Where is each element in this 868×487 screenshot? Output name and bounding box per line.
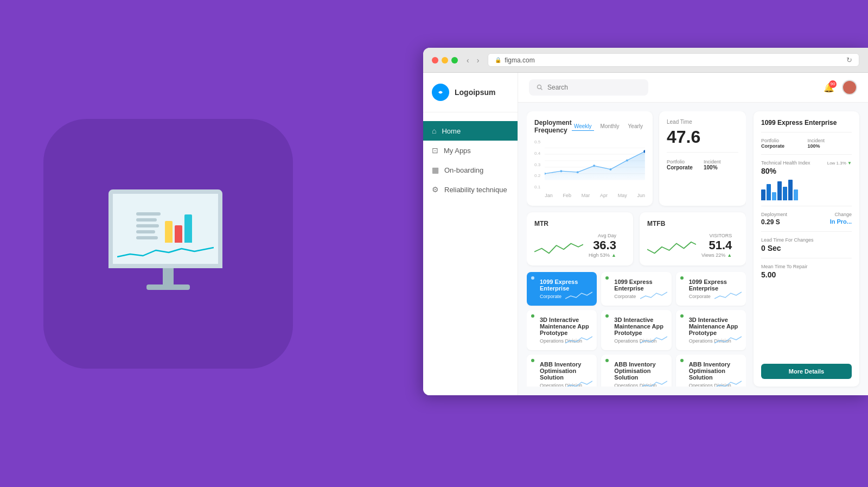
sidebar-item-home-label: Home [442,127,461,135]
project-card[interactable]: 3D Interactive Maintenance App Prototype… [676,310,746,350]
project-sparkline [565,377,592,387]
search-icon [537,84,543,91]
incident-value: 100% [704,165,738,170]
mtfb-trend-label: Views 22% [701,252,725,258]
mtfb-header: MTFB [647,220,738,227]
mtr-repair-label: Mean Time To Repair [761,264,852,269]
sidebar-item-reliability[interactable]: ⚙ Reliability technique [423,180,518,199]
apps-icon: ⊡ [432,146,438,155]
x-label-jun: Jun [637,193,645,198]
health-label: Technical Health Index [761,160,810,166]
more-details-button[interactable]: More Details [761,364,852,379]
deployment-card-title: Deployment Frequency [534,119,572,134]
project-sparkline [714,288,742,301]
browser-chrome: ‹ › 🔒 figma.com ↻ [423,48,868,73]
app-layout: Logoipsum ⌂ Home ⊡ My Apps ▦ On-boarding… [423,73,868,395]
project-card[interactable]: ABB Inventory Optimisation SolutionOpera… [676,355,746,387]
project-sparkline [565,332,592,346]
deploy-label: Deployment [761,212,787,217]
change-value: In Pro... [830,218,852,226]
portfolio-label: Portfolio [667,159,701,165]
nav-items: ⌂ Home ⊡ My Apps ▦ On-boarding ⚙ Reliabi… [423,112,518,208]
rp-portfolio-value: Corporate [761,143,806,149]
project-card[interactable]: ABB Inventory Optimisation SolutionOpera… [601,355,671,387]
rp-incident-value: 100% [808,143,852,149]
project-status-dot [680,314,684,318]
maximize-button[interactable] [451,57,458,64]
onboarding-icon: ▦ [432,166,439,174]
svg-point-10 [577,171,579,173]
rp-incident-label: Incident [808,138,852,143]
sidebar-item-onboarding[interactable]: ▦ On-boarding [423,160,518,180]
deploy-value: 0.29 S [761,218,780,226]
x-label-feb: Feb [563,193,571,198]
close-button[interactable] [432,57,438,64]
project-card[interactable]: 1099 Express EnterpriseCorporate [676,272,746,306]
health-bar-chart [761,179,852,200]
mtr-title: MTR [534,220,548,227]
top-right-actions: 🔔 90 [824,80,857,95]
rp-portfolio-label: Portfolio [761,138,806,143]
mtfb-title: MTFB [647,220,665,227]
projects-section: 1099 Express EnterpriseCorporate1099 Exp… [527,272,746,387]
avatar[interactable] [842,80,857,95]
project-card[interactable]: 3D Interactive Maintenance App Prototype… [527,310,597,350]
mtfb-chart [647,233,696,258]
logo-area: Logoipsum [423,73,518,112]
main-content: 🔔 90 Deployment Frequency [518,73,868,395]
sidebar-item-home[interactable]: ⌂ Home [423,121,518,141]
tab-yearly[interactable]: Yearly [626,122,645,131]
address-bar[interactable]: 🔒 figma.com ↻ [488,53,859,67]
reload-icon[interactable]: ↻ [846,56,852,64]
top-bar: 🔔 90 [518,73,868,103]
dashboard: Deployment Frequency Weekly Monthly Year… [518,103,868,395]
traffic-lights [432,57,458,64]
x-label-apr: Apr [600,193,608,198]
lead-time-card: Lead Time 47.6 Portfolio Corporate Incid… [659,111,746,206]
charts-row: Deployment Frequency Weekly Monthly Year… [527,111,746,206]
url-text: figma.com [505,56,534,64]
tab-monthly[interactable]: Monthly [598,122,622,131]
notification-button[interactable]: 🔔 90 [824,83,834,93]
back-arrow[interactable]: ‹ [464,55,471,66]
lead-change-label2: Change [834,212,852,217]
x-label-mar: Mar [582,193,590,198]
mtr-trend-label: High 53% [589,252,610,258]
mtr-card: MTR Avg Day 36.3 High 53% [527,212,633,265]
deployment-frequency-card: Deployment Frequency Weekly Monthly Year… [527,111,653,206]
sidebar: Logoipsum ⌂ Home ⊡ My Apps ▦ On-boarding… [423,73,518,395]
project-card[interactable]: 1099 Express EnterpriseCorporate [601,272,671,306]
sidebar-item-my-apps[interactable]: ⊡ My Apps [423,141,518,160]
app-icon-illustration [43,119,293,369]
project-sparkline [640,377,667,387]
browser-window: ‹ › 🔒 figma.com ↻ Logoipsum [423,48,868,395]
project-card[interactable]: ABB Inventory Optimisation SolutionOpera… [527,355,597,387]
reliability-icon: ⚙ [432,185,439,194]
project-sparkline [714,377,742,387]
projects-grid: 1099 Express EnterpriseCorporate1099 Exp… [527,272,746,387]
mtfb-visitors-value: 51.4 [701,238,732,252]
project-sparkline [565,288,592,301]
search-box[interactable] [529,79,648,96]
svg-point-9 [560,170,563,172]
minimize-button[interactable] [442,57,448,64]
project-card[interactable]: 3D Interactive Maintenance App Prototype… [601,310,671,350]
lead-time-label: Lead Time [667,119,738,125]
right-panel-title: 1099 Express Enterprise [761,119,852,127]
mtr-avg-label: Avg Day [589,233,616,238]
mtr-repair-value: 5.00 [761,270,852,279]
sidebar-item-onboarding-label: On-boarding [444,166,483,174]
lock-icon: 🔒 [495,57,501,63]
lead-change-label: Lead Time For Changes [761,237,852,243]
forward-arrow[interactable]: › [475,55,482,66]
chart-x-labels: Jan Feb Mar Apr May Jun [545,193,645,198]
deployment-tab-group: Weekly Monthly Yearly [572,122,645,131]
search-input[interactable] [547,84,641,91]
project-card[interactable]: 1099 Express EnterpriseCorporate [527,272,597,306]
x-label-may: May [618,193,627,198]
project-status-dot [680,359,684,362]
left-panel: Deployment Frequency Weekly Monthly Year… [527,111,746,387]
tab-weekly[interactable]: Weekly [572,122,594,131]
deployment-chart-svg [545,140,645,188]
svg-point-12 [610,168,612,170]
